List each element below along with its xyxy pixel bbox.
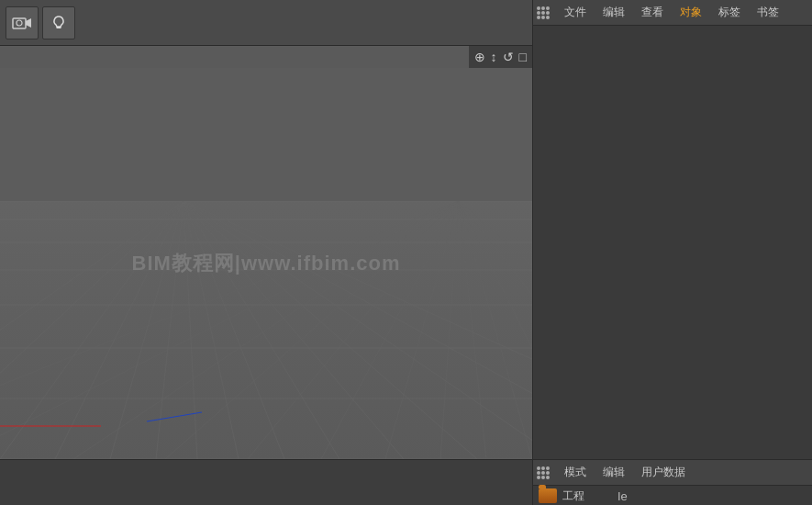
right-content [533,26,812,459]
right-menubar: 文件 编辑 查看 对象 标签 书签 [533,0,812,26]
menu-bookmarks[interactable]: 书签 [750,2,786,23]
menu-edit[interactable]: 编辑 [595,2,632,23]
menu-edit-bottom[interactable]: 编辑 [595,462,632,483]
menu-mode[interactable]: 模式 [557,462,594,483]
frame-icon[interactable]: □ [519,50,527,64]
down-icon[interactable]: ↕ [491,50,497,64]
right-panel-bottom: 模式 编辑 用户数据 工程 Ie [532,459,812,505]
perspective-grid-svg [0,68,532,459]
viewport-3d[interactable]: BIM教程网|www.ifbim.com [0,68,532,459]
svg-rect-3 [57,27,61,28]
ie-label: Ie [617,489,628,503]
bottom-bar-left [0,459,532,505]
grid-icon [537,6,550,19]
menu-tags[interactable]: 标签 [711,2,748,23]
menu-file[interactable]: 文件 [557,2,594,23]
camera-button[interactable] [6,6,39,39]
viewport-area: ⊕ ↕ ↺ □ [0,46,532,459]
right-bottom-menubar: 模式 编辑 用户数据 [533,460,812,486]
rotate-icon[interactable]: ↺ [503,50,514,64]
move-icon[interactable]: ⊕ [474,50,485,64]
folder-icon [539,488,557,503]
right-bottom-content: 工程 Ie [533,486,812,505]
top-toolbar [0,0,532,46]
right-panel-top: 文件 编辑 查看 对象 标签 书签 [532,0,812,459]
light-button[interactable] [42,6,75,39]
svg-point-2 [17,20,22,26]
bottom-grid-icon [537,466,550,479]
svg-rect-42 [0,68,532,201]
menu-view[interactable]: 查看 [634,2,671,23]
viewport-toolbar: ⊕ ↕ ↺ □ [469,46,532,68]
menu-object[interactable]: 对象 [673,2,709,23]
menu-userdata[interactable]: 用户数据 [634,462,693,483]
project-label: 工程 [562,488,584,504]
svg-marker-1 [26,18,31,28]
